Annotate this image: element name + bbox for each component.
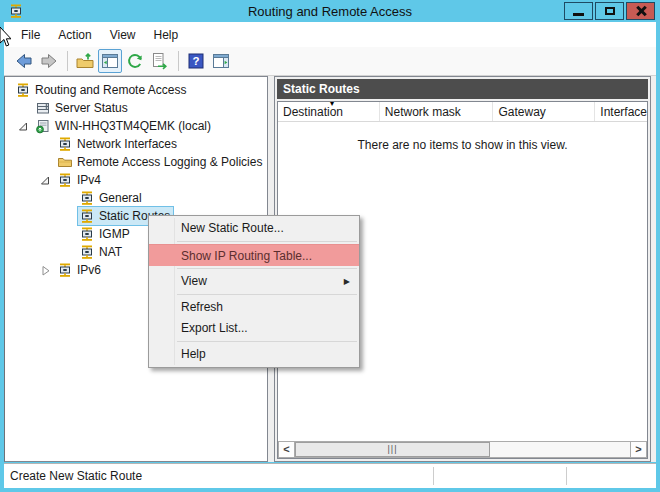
menu-view[interactable]: View [101, 25, 145, 45]
menu-action[interactable]: Action [49, 25, 100, 45]
menu-file[interactable]: File [12, 25, 49, 45]
column-header-destination[interactable]: Destination ▾ [278, 102, 380, 121]
window-title: Routing and Remote Access [0, 4, 660, 19]
minimize-icon [573, 13, 584, 16]
tree-item-network-interfaces[interactable]: Network Interfaces [5, 135, 267, 153]
toolbar-separator [178, 51, 179, 71]
tree-item-server-local[interactable]: WIN-HHQ3TM4QEMK (local) [5, 117, 267, 135]
expander-slot [13, 99, 33, 117]
menu-help[interactable]: Help [145, 25, 188, 45]
rras-node-icon [57, 172, 73, 188]
scrollbar-track[interactable]: ||| [295, 441, 630, 458]
status-bar: Create New Static Route [4, 463, 656, 488]
export-list-icon [150, 51, 170, 71]
help-icon [186, 51, 206, 71]
tree-item-label: Remote Access Logging & Policies [77, 155, 262, 169]
help-button[interactable] [184, 49, 208, 73]
tree-item-label: IPv4 [77, 173, 101, 187]
expander-slot [57, 225, 77, 243]
close-icon [635, 5, 647, 17]
scroll-right-icon: > [635, 444, 641, 455]
tree-item-label: IPv6 [77, 263, 101, 277]
tree-item-label: WIN-HHQ3TM4QEMK (local) [55, 119, 211, 133]
show-console-tree-button[interactable] [98, 49, 122, 73]
mouse-cursor-icon [0, 27, 11, 52]
action-pane-icon [211, 51, 231, 71]
expander-slot [57, 189, 77, 207]
toolbar-separator [67, 51, 68, 71]
column-label: Gateway [498, 105, 545, 119]
empty-list-message: There are no items to show in this view. [278, 138, 647, 152]
scroll-left-icon: < [283, 444, 289, 455]
status-text: Create New Static Route [10, 469, 142, 483]
column-label: Interface [600, 105, 647, 119]
menu-separator [177, 268, 357, 269]
rras-node-icon [79, 244, 95, 260]
expander-slot [35, 153, 55, 171]
context-menu: New Static Route... Show IP Routing Tabl… [148, 215, 360, 368]
tree-item-label: Network Interfaces [77, 137, 177, 151]
rras-node-icon [79, 208, 95, 224]
maximize-icon [605, 7, 615, 15]
rras-node-icon [57, 136, 73, 152]
refresh-icon [125, 51, 145, 71]
scroll-right-button[interactable]: > [630, 441, 647, 458]
tree-item-general[interactable]: General [5, 189, 267, 207]
menu-separator [177, 341, 357, 342]
expander-expanded-icon[interactable] [35, 171, 55, 189]
forward-button[interactable] [37, 49, 61, 73]
back-button[interactable] [12, 49, 36, 73]
export-list-button[interactable] [148, 49, 172, 73]
titlebar[interactable]: Routing and Remote Access [0, 0, 660, 22]
console-tree-icon [100, 51, 120, 71]
status-divider [433, 467, 434, 485]
menu-item-refresh[interactable]: Refresh [149, 297, 359, 318]
rras-node-icon [57, 262, 73, 278]
menu-item-view[interactable]: View ▶ [149, 271, 359, 292]
close-button[interactable] [626, 2, 655, 20]
app-window: Routing and Remote Access File Action Vi… [0, 0, 660, 492]
back-icon [14, 51, 34, 71]
expander-collapsed-icon[interactable] [35, 261, 55, 279]
server-local-icon [35, 118, 51, 134]
tree-item-label: Server Status [55, 101, 128, 115]
menu-separator [177, 241, 357, 242]
horizontal-scrollbar: < ||| > [278, 441, 647, 458]
up-one-level-button[interactable] [73, 49, 97, 73]
menu-item-export-list[interactable]: Export List... [149, 318, 359, 339]
menu-bar: File Action View Help [4, 22, 656, 47]
refresh-button[interactable] [123, 49, 147, 73]
window-controls [564, 2, 655, 20]
rras-node-icon [15, 82, 31, 98]
folder-icon [57, 154, 73, 170]
server-status-icon [35, 100, 51, 116]
expander-expanded-icon[interactable] [13, 117, 33, 135]
menu-separator [177, 294, 357, 295]
column-header-interface[interactable]: Interface [595, 102, 647, 121]
tree-item-root[interactable]: Routing and Remote Access [5, 81, 267, 99]
menu-item-help[interactable]: Help [149, 344, 359, 365]
results-pane-header: Static Routes [277, 79, 648, 99]
tree-item-label: Routing and Remote Access [35, 83, 186, 97]
tree-item-label: NAT [99, 245, 122, 259]
expander-slot [57, 207, 77, 225]
expander-slot [35, 135, 55, 153]
menu-item-label: View [181, 274, 207, 288]
show-action-pane-button[interactable] [209, 49, 233, 73]
rras-node-icon [79, 190, 95, 206]
thumb-grip-icon: ||| [387, 445, 397, 454]
menu-item-show-ip-routing-table[interactable]: Show IP Routing Table... [149, 244, 359, 266]
menu-item-new-static-route[interactable]: New Static Route... [149, 218, 359, 239]
tree-item-label: IGMP [99, 227, 130, 241]
sort-arrow-icon: ▾ [330, 101, 334, 108]
column-header-gateway[interactable]: Gateway [493, 102, 595, 121]
tree-item-remote-access-logging[interactable]: Remote Access Logging & Policies [5, 153, 267, 171]
minimize-button[interactable] [564, 2, 593, 20]
maximize-button[interactable] [595, 2, 624, 20]
scrollbar-thumb[interactable]: ||| [295, 442, 490, 457]
tree-item-ipv4[interactable]: IPv4 [5, 171, 267, 189]
forward-icon [39, 51, 59, 71]
column-header-network-mask[interactable]: Network mask [380, 102, 494, 121]
scroll-left-button[interactable]: < [278, 441, 295, 458]
tree-item-server-status[interactable]: Server Status [5, 99, 267, 117]
